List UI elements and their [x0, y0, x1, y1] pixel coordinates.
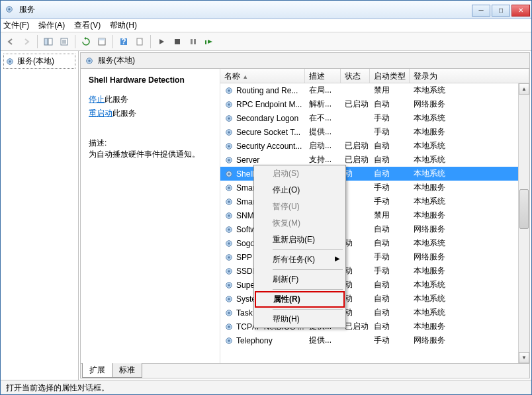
ctx-start[interactable]: 启动(S): [254, 165, 345, 182]
pause-service-button[interactable]: [186, 34, 200, 49]
detail-pane: Shell Hardware Detection 停止此服务 重启动此服务 描述…: [81, 69, 220, 363]
scroll-up-button[interactable]: ▲: [519, 83, 529, 95]
svg-rect-11: [191, 39, 193, 44]
svg-point-35: [228, 200, 230, 203]
restart-service-button[interactable]: [202, 34, 216, 49]
table-row[interactable]: Secure Socket T...提供...手动本地服务: [220, 125, 529, 139]
col-name[interactable]: 名称 ▲: [220, 69, 305, 83]
menu-view[interactable]: 查看(V): [74, 20, 101, 31]
action-button[interactable]: [132, 34, 147, 49]
detail-links: 停止此服务 重启动此服务: [89, 94, 212, 119]
help-button[interactable]: ?: [116, 34, 131, 49]
cell-start: 手动: [370, 335, 410, 346]
window-buttons: ─ □ ✕: [472, 3, 531, 17]
svg-point-1: [8, 8, 11, 11]
cell-logon: 本地系统: [410, 293, 529, 304]
menu-help[interactable]: 帮助(H): [110, 20, 137, 31]
cell-logon: 本地系统: [410, 196, 529, 207]
cell-name: Secondary Logon: [220, 114, 305, 123]
ctx-all-tasks[interactable]: 所有任务(K)▶: [254, 251, 345, 268]
ctx-properties[interactable]: 属性(R): [255, 291, 345, 308]
cell-start: 自动: [370, 154, 410, 165]
svg-point-55: [228, 339, 230, 342]
table-row[interactable]: Telephony提供...手动网络服务: [220, 333, 529, 347]
export-list-button[interactable]: [57, 34, 71, 49]
back-button[interactable]: [3, 34, 18, 49]
minimize-button[interactable]: ─: [472, 5, 490, 17]
toolbar: ?: [1, 32, 531, 51]
right-body: Shell Hardware Detection 停止此服务 重启动此服务 描述…: [81, 69, 529, 363]
svg-point-25: [228, 131, 230, 134]
cell-start: 自动: [370, 224, 410, 235]
service-list: 名称 ▲ 描述 状态 启动类型 登录为 Routing and Re...在局.…: [220, 69, 529, 363]
cell-desc: 在局...: [305, 85, 341, 96]
cell-start: 手动: [370, 265, 410, 277]
svg-point-43: [228, 256, 230, 259]
ctx-restart[interactable]: 重新启动(E): [254, 232, 345, 248]
service-name-heading: Shell Hardware Detection: [89, 75, 212, 85]
cell-logon: 网络服务: [410, 224, 529, 235]
cell-start: 自动: [370, 238, 410, 249]
cell-name: RPC Endpoint M...: [220, 100, 305, 109]
maximize-button[interactable]: □: [492, 5, 510, 17]
ctx-refresh[interactable]: 刷新(F): [254, 271, 345, 288]
svg-point-21: [228, 103, 230, 106]
statusbar: 打开当前选择的属性对话框。: [1, 380, 531, 394]
titlebar: 服务 ─ □ ✕: [1, 1, 531, 19]
svg-point-53: [228, 326, 230, 328]
show-hide-tree-button[interactable]: [41, 34, 56, 49]
cell-desc: 提供...: [305, 335, 341, 346]
col-status[interactable]: 状态: [341, 69, 370, 83]
stop-link[interactable]: 停止: [89, 95, 105, 104]
svg-point-39: [228, 228, 230, 231]
cell-logon: 本地系统: [410, 85, 529, 96]
restart-link[interactable]: 重启动: [89, 109, 112, 118]
col-startup-type[interactable]: 启动类型: [370, 69, 410, 83]
table-row[interactable]: RPC Endpoint M...解析...已启动自动网络服务: [220, 97, 529, 111]
svg-text:?: ?: [121, 37, 126, 46]
table-row[interactable]: Secondary Logon在不...手动本地系统: [220, 111, 529, 125]
properties-button[interactable]: [95, 34, 109, 49]
cell-desc: 支持...: [305, 154, 341, 165]
ctx-stop[interactable]: 停止(O): [254, 182, 345, 198]
cell-name: Routing and Re...: [220, 86, 305, 95]
ctx-resume[interactable]: 恢复(M): [254, 215, 345, 232]
forward-button[interactable]: [19, 34, 34, 49]
cell-start: 手动: [370, 196, 410, 207]
table-row[interactable]: Routing and Re...在局...禁用本地系统: [220, 83, 529, 97]
services-window: 服务 ─ □ ✕ 文件(F) 操作(A) 查看(V) 帮助(H) ?: [0, 0, 532, 395]
ctx-help[interactable]: 帮助(H): [254, 311, 345, 328]
scroll-down-button[interactable]: ▼: [519, 352, 529, 363]
cell-start: 禁用: [370, 85, 410, 96]
svg-point-29: [228, 159, 230, 161]
cell-start: 禁用: [370, 210, 410, 221]
scroll-thumb[interactable]: [519, 189, 529, 229]
table-row[interactable]: Security Account...启动...已启动自动本地系统: [220, 139, 529, 153]
ctx-pause[interactable]: 暂停(U): [254, 198, 345, 215]
cell-name: Server: [220, 155, 305, 165]
tab-extended[interactable]: 扩展: [82, 363, 112, 378]
status-text: 打开当前选择的属性对话框。: [6, 383, 109, 392]
refresh-button[interactable]: [79, 34, 93, 49]
col-description[interactable]: 描述: [305, 69, 341, 83]
view-tabs: 扩展 标准: [81, 363, 529, 378]
vertical-scrollbar[interactable]: ▲ ▼: [518, 83, 529, 363]
cell-desc: 启动...: [305, 140, 341, 152]
svg-point-27: [228, 145, 230, 148]
close-button[interactable]: ✕: [511, 5, 530, 17]
start-service-button[interactable]: [154, 34, 169, 49]
cell-name: Security Account...: [220, 142, 305, 151]
menu-action[interactable]: 操作(A): [38, 20, 65, 31]
cell-status: 已启动: [341, 154, 370, 165]
stop-service-button[interactable]: [170, 34, 185, 49]
services-icon: [85, 56, 94, 66]
menu-file[interactable]: 文件(F): [3, 20, 29, 31]
cell-logon: 本地系统: [410, 307, 529, 318]
right-header: 服务(本地): [81, 53, 529, 69]
svg-point-45: [228, 270, 230, 273]
col-logon-as[interactable]: 登录为: [410, 69, 529, 83]
tree-root-item[interactable]: 服务(本地): [3, 54, 75, 69]
cell-start: 自动: [370, 168, 410, 179]
submenu-arrow-icon: ▶: [335, 255, 340, 262]
tab-standard[interactable]: 标准: [112, 363, 142, 378]
